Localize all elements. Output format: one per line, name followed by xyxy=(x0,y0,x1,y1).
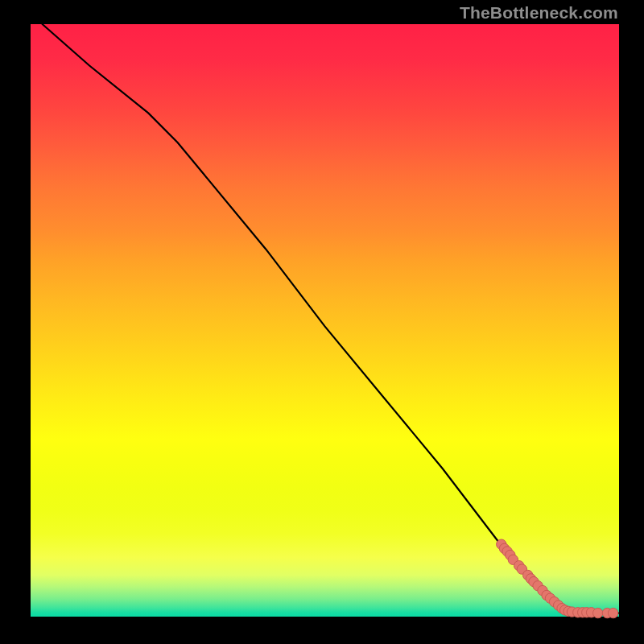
data-point xyxy=(593,608,603,617)
chart-overlay xyxy=(31,24,619,617)
component-points xyxy=(497,539,618,618)
chart-frame: TheBottleneck.com xyxy=(0,0,644,644)
data-point xyxy=(609,608,618,617)
attribution-text: TheBottleneck.com xyxy=(460,3,618,23)
bottleneck-curve xyxy=(43,24,619,613)
